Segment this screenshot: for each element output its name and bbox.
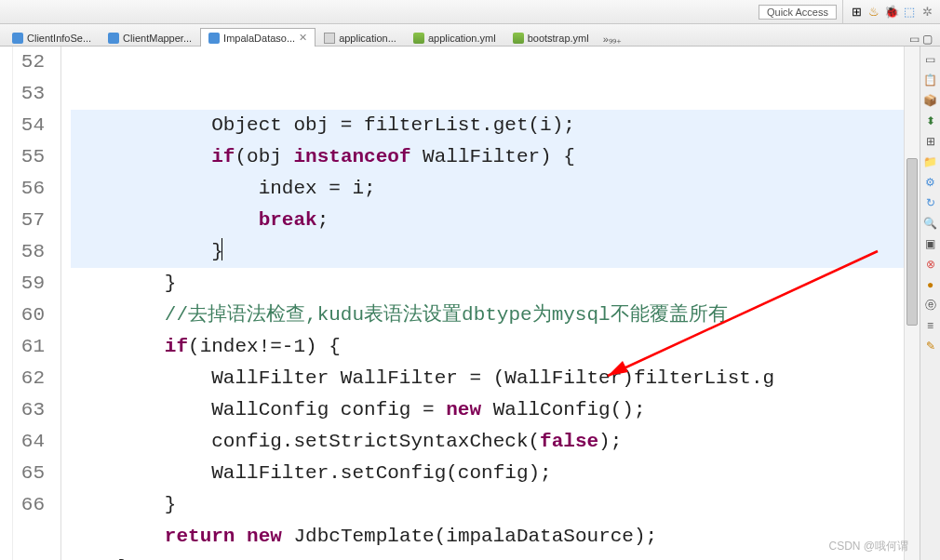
- line-number: 61: [13, 331, 45, 363]
- editor-tab-4[interactable]: application.yml: [405, 29, 504, 47]
- search-icon[interactable]: 🔍: [923, 216, 938, 231]
- java-perspective-icon[interactable]: ♨: [866, 5, 881, 20]
- editor-tab-5[interactable]: bootstrap.yml: [504, 29, 598, 47]
- code-area[interactable]: Object obj = filterList.get(i); if(obj i…: [61, 47, 904, 560]
- java-file-icon: [108, 33, 119, 44]
- line-number: 54: [13, 110, 45, 141]
- line-number-gutter: 525354555657585960616263646566: [13, 47, 50, 560]
- close-tab-icon[interactable]: ✕: [299, 32, 307, 44]
- editor-tab-3[interactable]: application...: [316, 29, 405, 47]
- code-line[interactable]: index = i;: [71, 173, 904, 205]
- editor-tab-2[interactable]: ImpalaDataso...✕: [200, 28, 316, 47]
- resource-perspective-icon[interactable]: ✲: [920, 5, 934, 20]
- line-number: 53: [13, 78, 45, 110]
- tab-label: bootstrap.yml: [528, 33, 589, 44]
- java-file-icon: [12, 33, 23, 44]
- code-line[interactable]: //去掉语法检查,kudu表语法设置dbtype为mysql不能覆盖所有: [71, 300, 904, 331]
- line-number: 56: [13, 173, 45, 205]
- fold-gutter: [50, 47, 61, 560]
- minimize-view-icon[interactable]: ▭ ▢: [902, 33, 940, 46]
- hierarchy-icon[interactable]: ⊞: [923, 134, 938, 149]
- variables-icon[interactable]: ≡: [923, 318, 938, 333]
- code-line[interactable]: }: [71, 553, 904, 560]
- expressions-icon[interactable]: ⓔ: [923, 298, 938, 313]
- marker-gutter: [0, 47, 13, 560]
- package-explorer-icon[interactable]: 📦: [923, 93, 938, 108]
- tab-label: application.yml: [428, 33, 496, 44]
- open-perspective-icon[interactable]: ⊞: [849, 5, 864, 20]
- javaee-perspective-icon[interactable]: ⬚: [902, 5, 917, 20]
- line-number: 57: [13, 205, 45, 236]
- code-line[interactable]: break;: [71, 205, 904, 236]
- scrollbar-thumb[interactable]: [906, 158, 918, 326]
- line-number: 58: [13, 236, 45, 268]
- problems-icon[interactable]: ⊗: [923, 257, 938, 272]
- code-line[interactable]: }: [71, 489, 904, 521]
- line-number: 55: [13, 141, 45, 173]
- code-line[interactable]: }: [71, 236, 904, 268]
- line-number: 52: [13, 47, 45, 78]
- editor-tab-1[interactable]: ClientMapper...: [100, 29, 200, 47]
- outline-view-icon[interactable]: ▭: [923, 52, 938, 67]
- line-number: 63: [13, 394, 45, 426]
- navigator-icon[interactable]: 📁: [923, 154, 938, 169]
- breakpoints-icon[interactable]: ●: [923, 277, 938, 292]
- tab-label: ImpalaDataso...: [223, 33, 295, 44]
- editor-tab-0[interactable]: ClientInfoSe...: [4, 29, 100, 47]
- code-line[interactable]: if(index!=-1) {: [71, 331, 904, 363]
- more-tabs-indicator[interactable]: »₉₉₊: [598, 33, 627, 46]
- java-file-icon: [208, 33, 220, 44]
- type-hierarchy-icon[interactable]: ⬍: [923, 113, 938, 128]
- code-line[interactable]: if(obj instanceof WallFilter) {: [71, 141, 904, 173]
- tab-label: ClientInfoSe...: [27, 33, 91, 44]
- code-line[interactable]: config.setStrictSyntaxCheck(false);: [71, 426, 904, 458]
- line-number: 60: [13, 300, 45, 331]
- code-line[interactable]: Object obj = filterList.get(i);: [71, 110, 904, 141]
- line-number: 64: [13, 426, 45, 458]
- console-icon[interactable]: ▣: [923, 236, 938, 251]
- debug-icon[interactable]: ↻: [923, 195, 938, 210]
- quick-access-field[interactable]: Quick Access: [759, 5, 837, 20]
- line-number: 62: [13, 363, 45, 394]
- top-toolbar: Quick Access ⊞ ♨ 🐞 ⬚ ✲: [0, 0, 940, 24]
- xml-file-icon: [324, 33, 335, 44]
- code-line[interactable]: }: [71, 268, 904, 300]
- history-icon[interactable]: ✎: [923, 339, 938, 353]
- debug-perspective-icon[interactable]: 🐞: [884, 5, 899, 20]
- code-line[interactable]: WallFilter WallFilter = (WallFilter)filt…: [71, 363, 904, 394]
- yml-file-icon: [513, 33, 524, 44]
- main-area: 525354555657585960616263646566 Object ob…: [0, 47, 940, 560]
- code-line[interactable]: WallConfig config = new WallConfig();: [71, 394, 904, 426]
- right-toolbar: ▭ 📋 📦 ⬍ ⊞ 📁 ⚙ ↻ 🔍 ▣ ⊗ ● ⓔ ≡ ✎: [920, 47, 940, 560]
- tab-label: ClientMapper...: [123, 33, 192, 44]
- editor-tabs: ClientInfoSe...ClientMapper...ImpalaData…: [0, 24, 940, 47]
- line-number: 65: [13, 458, 45, 489]
- perspective-icons: ⊞ ♨ 🐞 ⬚ ✲: [842, 0, 934, 23]
- servers-icon[interactable]: ⚙: [923, 175, 938, 190]
- code-line[interactable]: return new JdbcTemplate(impalaDataSource…: [71, 521, 904, 553]
- vertical-scrollbar[interactable]: [904, 47, 920, 560]
- task-list-icon[interactable]: 📋: [923, 73, 938, 87]
- watermark-text: CSDN @哦何谓: [828, 539, 908, 554]
- line-number: 59: [13, 268, 45, 300]
- yml-file-icon: [413, 33, 424, 44]
- line-number: 66: [13, 489, 45, 521]
- code-line[interactable]: WallFilter.setConfig(config);: [71, 458, 904, 489]
- tab-label: application...: [339, 33, 396, 44]
- code-editor[interactable]: 525354555657585960616263646566 Object ob…: [0, 47, 920, 560]
